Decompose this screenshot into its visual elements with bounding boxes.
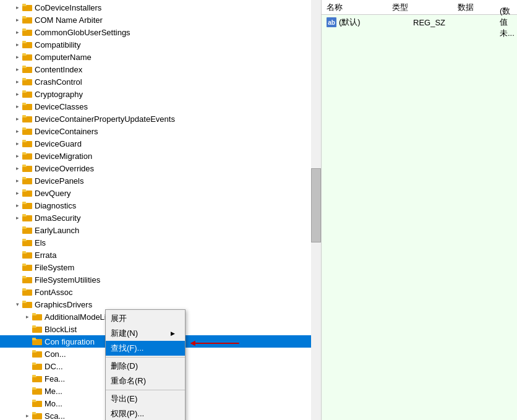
expand-icon-devicecontainerpropertyupdateevents[interactable]: ▸ <box>12 114 22 124</box>
tree-item-label-devicemigration: DeviceMigration <box>35 152 321 161</box>
expand-icon-errata[interactable] <box>12 250 22 260</box>
expand-icon-diagnostics[interactable]: ▸ <box>12 200 22 210</box>
tree-item-crashcontrol[interactable]: ▸ CrashControl <box>0 75 321 88</box>
expand-icon-cryptography[interactable]: ▸ <box>12 89 22 99</box>
context-menu-label-new: 新建(N) <box>111 328 138 339</box>
expand-icon-con2[interactable] <box>22 349 32 359</box>
expand-icon-dmasecurity[interactable]: ▸ <box>12 213 22 223</box>
expand-icon-devicecontainers[interactable]: ▸ <box>12 126 22 136</box>
expand-icon-sca[interactable]: ▸ <box>22 411 32 420</box>
tree-item-label-fontassoc: FontAssoc <box>35 288 321 297</box>
expand-icon-devicepanels[interactable]: ▸ <box>12 176 22 186</box>
svg-rect-17 <box>22 66 26 67</box>
tree-item-codeviceinstallers[interactable]: ▸ CoDeviceInstallers <box>0 1 321 14</box>
expand-icon-computername[interactable]: ▸ <box>12 52 22 62</box>
folder-icon-configuration <box>32 337 42 346</box>
tree-item-cryptography[interactable]: ▸ Cryptography <box>0 88 321 100</box>
expand-icon-codeviceinstallers[interactable]: ▸ <box>12 2 22 12</box>
expand-icon-devicemigration[interactable]: ▸ <box>12 151 22 161</box>
expand-icon-dc[interactable] <box>22 361 32 371</box>
folder-icon-commonglobusersettings <box>22 28 32 36</box>
tree-item-compatibility[interactable]: ▸ Compatibility <box>0 38 321 51</box>
tree-item-filesystem[interactable]: FileSystem <box>0 261 321 273</box>
expand-icon-commonglobusersettings[interactable]: ▸ <box>12 27 22 37</box>
tree-item-deviceguard[interactable]: ▸ DeviceGuard <box>0 137 321 150</box>
context-menu-label-delete: 删除(D) <box>111 361 138 372</box>
tree-item-dmasecurity[interactable]: ▸ DmaSecurity <box>0 212 321 224</box>
svg-rect-77 <box>32 313 36 315</box>
registry-value-panel: 名称 类型 数据 ab(默认)REG_SZ(数值未... <box>322 0 517 420</box>
tree-item-filesystemutilities[interactable]: FileSystemUtilities <box>0 273 321 286</box>
svg-rect-98 <box>32 400 36 401</box>
expand-icon-fea[interactable] <box>22 374 32 384</box>
context-menu-item-find[interactable]: 查找(F)... <box>106 341 185 356</box>
expand-icon-configuration[interactable] <box>22 336 32 346</box>
context-menu-item-permissions[interactable]: 权限(P)... <box>106 406 185 420</box>
folder-icon-graphicsdrivers <box>22 300 32 309</box>
expand-icon-deviceclasses[interactable]: ▸ <box>12 101 22 111</box>
tree-item-diagnostics[interactable]: ▸ Diagnostics <box>0 199 321 212</box>
svg-rect-71 <box>22 288 26 290</box>
header-type: 类型 <box>392 2 408 13</box>
expand-icon-graphicsdrivers[interactable]: ▾ <box>12 299 22 309</box>
tree-item-commonglobusersettings[interactable]: ▸ CommonGlobUserSettings <box>0 26 321 38</box>
expand-icon-crashcontrol[interactable]: ▸ <box>12 77 22 87</box>
svg-rect-20 <box>22 78 26 80</box>
registry-value-type: REG_SZ <box>413 18 463 27</box>
tree-item-label-cryptography: Cryptography <box>35 90 321 99</box>
expand-icon-comnamearbiter[interactable]: ▸ <box>12 15 22 25</box>
expand-icon-devquery[interactable]: ▸ <box>12 188 22 198</box>
tree-item-label-errata: Errata <box>35 251 321 260</box>
tree-item-devicecontainers[interactable]: ▸ DeviceContainers <box>0 125 321 137</box>
context-menu-item-rename[interactable]: 重命名(R) <box>106 374 185 388</box>
svg-rect-56 <box>22 226 26 228</box>
folder-icon-devicepanels <box>22 176 32 185</box>
tree-item-devquery[interactable]: ▸ DevQuery <box>0 187 321 199</box>
expand-icon-filesystemutilities[interactable] <box>12 275 22 285</box>
tree-item-contentindex[interactable]: ▸ ContentIndex <box>0 63 321 75</box>
context-menu-item-delete[interactable]: 删除(D) <box>106 359 185 374</box>
expand-icon-compatibility[interactable]: ▸ <box>12 40 22 49</box>
tree-item-errata[interactable]: Errata <box>0 249 321 261</box>
scrollbar-thumb[interactable] <box>311 168 321 242</box>
expand-icon-earlylaunch[interactable] <box>12 225 22 235</box>
tree-item-deviceclasses[interactable]: ▸ DeviceClasses <box>0 100 321 113</box>
tree-item-devicecontainerpropertyupdateevents[interactable]: ▸ DeviceContainerPropertyUpdateEvents <box>0 113 321 125</box>
svg-rect-14 <box>22 53 26 55</box>
svg-rect-59 <box>22 239 26 241</box>
context-menu-item-expand[interactable]: 展开 <box>106 311 185 326</box>
folder-icon-crashcontrol <box>22 77 32 86</box>
expand-icon-fontassoc[interactable] <box>12 287 22 297</box>
svg-rect-47 <box>22 189 26 191</box>
tree-item-devicemigration[interactable]: ▸ DeviceMigration <box>0 150 321 162</box>
scrollbar-track[interactable] <box>311 0 321 420</box>
context-menu-item-new[interactable]: 新建(N)▶ <box>106 326 185 341</box>
expand-icon-mo[interactable] <box>22 398 32 408</box>
tree-item-computername[interactable]: ▸ ComputerName <box>0 51 321 63</box>
tree-item-fontassoc[interactable]: FontAssoc <box>0 286 321 298</box>
tree-item-devicepanels[interactable]: ▸ DevicePanels <box>0 174 321 187</box>
expand-icon-els[interactable] <box>12 238 22 247</box>
expand-icon-deviceguard[interactable]: ▸ <box>12 139 22 148</box>
expand-icon-contentindex[interactable]: ▸ <box>12 64 22 74</box>
context-menu-item-export[interactable]: 导出(E) <box>106 392 185 406</box>
tree-item-els[interactable]: Els <box>0 236 321 249</box>
expand-icon-blocklist[interactable] <box>22 324 32 334</box>
tree-item-graphicsdrivers[interactable]: ▾ GraphicsDrivers <box>0 298 321 311</box>
svg-rect-62 <box>22 251 26 253</box>
tree-item-label-devicepanels: DevicePanels <box>35 176 321 186</box>
expand-icon-me[interactable] <box>22 386 32 396</box>
expand-icon-additionalmodelists[interactable]: ▸ <box>22 312 32 322</box>
registry-value-row[interactable]: ab(默认)REG_SZ(数值未... <box>322 16 517 28</box>
folder-icon-devquery <box>22 189 32 197</box>
svg-rect-44 <box>22 177 26 179</box>
expand-icon-deviceoverrides[interactable]: ▸ <box>12 163 22 173</box>
tree-item-comnamearbiter[interactable]: ▸ COM Name Arbiter <box>0 14 321 26</box>
svg-rect-5 <box>22 16 26 18</box>
expand-icon-filesystem[interactable] <box>12 262 22 272</box>
tree-item-earlylaunch[interactable]: EarlyLaunch <box>0 224 321 236</box>
folder-icon-codeviceinstallers <box>22 3 32 12</box>
context-menu-label-expand: 展开 <box>111 313 127 324</box>
tree-item-deviceoverrides[interactable]: ▸ DeviceOverrides <box>0 162 321 174</box>
submenu-arrow-new: ▶ <box>171 330 175 336</box>
